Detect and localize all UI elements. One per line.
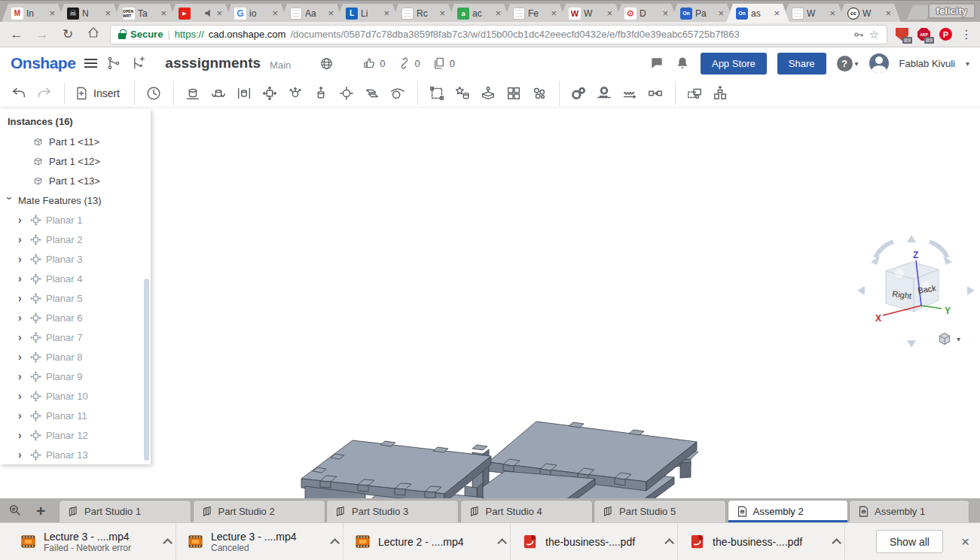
cylindrical-mate-icon[interactable] bbox=[309, 81, 333, 105]
copies-count[interactable]: 0 bbox=[432, 56, 455, 70]
browser-tab[interactable]: as × bbox=[726, 4, 789, 23]
browser-tab[interactable]: Rc × bbox=[392, 4, 455, 23]
onshape-logo[interactable]: Onshape bbox=[11, 54, 75, 72]
mate-row[interactable]: › Planar 10 bbox=[0, 386, 151, 406]
close-downloads-bar-icon[interactable]: × bbox=[961, 534, 969, 550]
mate-row[interactable]: › Planar 9 bbox=[0, 367, 151, 386]
panel-scrollbar[interactable] bbox=[144, 278, 149, 461]
browser-tab[interactable]: io × bbox=[224, 4, 288, 23]
replicate-icon[interactable] bbox=[527, 81, 551, 105]
mate-row[interactable]: › Planar 1 bbox=[0, 210, 151, 230]
tab-close-icon[interactable]: × bbox=[885, 8, 891, 18]
document-tab[interactable]: Part Studio 1 bbox=[59, 500, 191, 522]
mate-features-header[interactable]: › Mate Features (13) bbox=[0, 190, 151, 210]
reload-button[interactable]: ↻ bbox=[59, 26, 77, 42]
browser-tab[interactable]: Li × bbox=[336, 4, 399, 23]
document-tab[interactable]: Part Studio 3 bbox=[326, 500, 459, 522]
tab-close-icon[interactable]: × bbox=[439, 8, 445, 18]
extension-icon[interactable]: P bbox=[939, 27, 953, 41]
rack-pinion-relation-icon[interactable] bbox=[592, 81, 616, 105]
tab-close-icon[interactable]: × bbox=[662, 8, 668, 18]
download-item[interactable]: Lecture 3 - ....mp4 Failed - Network err… bbox=[9, 523, 176, 560]
slider-mate-icon[interactable] bbox=[232, 81, 256, 105]
instance-row[interactable]: Part 1 <12> bbox=[0, 151, 151, 171]
browser-tab[interactable]: Pa × bbox=[670, 4, 734, 23]
globe-icon[interactable] bbox=[319, 56, 334, 71]
tab-close-icon[interactable]: × bbox=[216, 8, 222, 18]
browser-tab[interactable]: Ta × bbox=[113, 4, 176, 23]
extension-icon[interactable]: ABP 89 bbox=[917, 27, 931, 41]
avatar[interactable] bbox=[869, 53, 889, 73]
extension-icon[interactable]: 89 bbox=[895, 27, 909, 41]
back-button[interactable]: ← bbox=[8, 27, 26, 42]
tab-close-icon[interactable]: × bbox=[272, 8, 278, 18]
tab-close-icon[interactable]: × bbox=[551, 8, 557, 18]
download-item[interactable]: the-business-....pdf bbox=[511, 523, 678, 560]
browser-tab[interactable]: W × bbox=[559, 4, 622, 23]
chevron-right-icon[interactable]: › bbox=[18, 449, 26, 461]
address-bar[interactable]: Secure | https:// cad.onshape.com /docum… bbox=[110, 25, 887, 44]
tab-close-icon[interactable]: × bbox=[495, 8, 501, 18]
select-region-icon[interactable] bbox=[417, 81, 449, 105]
comments-icon[interactable] bbox=[649, 56, 664, 71]
ball-mate-icon[interactable] bbox=[283, 81, 307, 105]
versions-tree-icon[interactable] bbox=[106, 56, 121, 71]
document-tab[interactable]: Part Studio 2 bbox=[193, 500, 325, 522]
show-all-downloads-button[interactable]: Show all bbox=[876, 530, 943, 553]
links-count[interactable]: 0 bbox=[398, 56, 420, 70]
download-menu-chevron-icon[interactable] bbox=[330, 538, 340, 548]
download-menu-chevron-icon[interactable] bbox=[163, 538, 172, 548]
tangent-mate-icon[interactable] bbox=[386, 81, 410, 105]
password-key-icon[interactable] bbox=[853, 29, 865, 41]
mate-row[interactable]: › Planar 12 bbox=[0, 425, 151, 445]
instances-header[interactable]: Instances (16) bbox=[0, 109, 151, 132]
tab-close-icon[interactable]: × bbox=[829, 8, 835, 18]
gear-relation-icon[interactable] bbox=[559, 81, 591, 105]
tab-close-icon[interactable]: × bbox=[105, 8, 111, 18]
share-button[interactable]: Share bbox=[777, 53, 826, 75]
chevron-right-icon[interactable]: › bbox=[18, 429, 26, 441]
planar-mate-icon[interactable] bbox=[258, 81, 282, 105]
mate-row[interactable]: › Planar 3 bbox=[0, 249, 151, 269]
chevron-right-icon[interactable]: › bbox=[18, 370, 26, 382]
browser-tab[interactable]: W × bbox=[838, 4, 901, 23]
download-item[interactable]: Lecture 2 - ....mp4 bbox=[343, 523, 511, 560]
user-name[interactable]: Fablab Kivuli bbox=[899, 58, 955, 69]
workspace-name[interactable]: Main bbox=[270, 59, 291, 71]
help-button[interactable]: ? ▾ bbox=[837, 56, 859, 72]
versions-icon[interactable] bbox=[134, 81, 166, 105]
chevron-right-icon[interactable]: › bbox=[18, 272, 26, 285]
screw-relation-icon[interactable] bbox=[618, 81, 642, 105]
fastened-mate-icon[interactable] bbox=[173, 81, 205, 105]
download-item[interactable]: Lecture 3 - ....mp4 Canceled bbox=[176, 523, 343, 560]
tab-close-icon[interactable]: × bbox=[328, 8, 334, 18]
branch-workspace-icon[interactable] bbox=[130, 56, 145, 71]
mate-row[interactable]: › Planar 7 bbox=[0, 327, 151, 347]
chevron-right-icon[interactable]: › bbox=[18, 390, 26, 402]
revolute-mate-icon[interactable] bbox=[206, 81, 230, 105]
insert-button[interactable]: Insert bbox=[64, 83, 127, 104]
browser-tab[interactable]: × bbox=[169, 4, 232, 23]
undo-icon[interactable] bbox=[7, 81, 31, 105]
browser-tab[interactable]: Fe × bbox=[503, 4, 566, 23]
search-tabs-icon[interactable] bbox=[8, 503, 23, 518]
mate-row[interactable]: › Planar 11 bbox=[0, 406, 151, 425]
forward-button[interactable]: → bbox=[33, 27, 51, 42]
redo-icon[interactable] bbox=[32, 81, 56, 105]
tab-close-icon[interactable]: × bbox=[774, 8, 780, 18]
download-menu-chevron-icon[interactable] bbox=[497, 538, 507, 548]
edit-in-context-icon[interactable] bbox=[450, 81, 475, 105]
chevron-right-icon[interactable]: › bbox=[18, 233, 26, 245]
user-menu-chevron-icon[interactable]: ▾ bbox=[966, 59, 969, 68]
browser-tab[interactable]: N × bbox=[57, 4, 121, 23]
mate-row[interactable]: › Planar 13 bbox=[0, 445, 151, 464]
likes-count[interactable]: 0 bbox=[362, 56, 385, 70]
tab-close-icon[interactable]: × bbox=[606, 8, 612, 18]
tab-close-icon[interactable]: × bbox=[160, 8, 166, 18]
chevron-right-icon[interactable]: › bbox=[18, 351, 26, 363]
tab-close-icon[interactable]: × bbox=[49, 8, 55, 18]
chevron-right-icon[interactable]: › bbox=[18, 214, 26, 226]
tab-close-icon[interactable]: × bbox=[383, 8, 389, 18]
mate-row[interactable]: › Planar 4 bbox=[0, 269, 151, 288]
browser-tab[interactable]: D × bbox=[615, 4, 678, 23]
